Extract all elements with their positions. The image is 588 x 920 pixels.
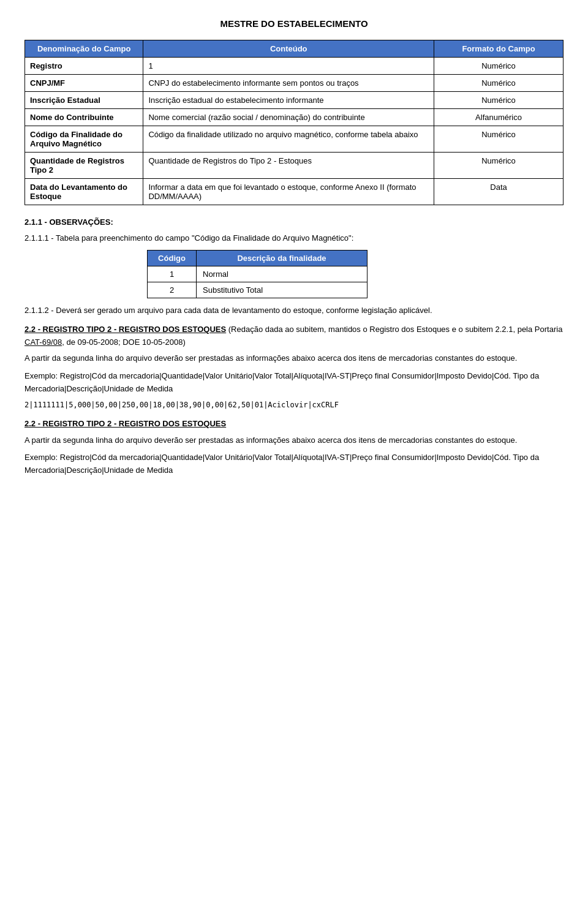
table-row-format: Numérico <box>434 126 564 153</box>
table-row-format: Data <box>434 179 564 205</box>
table-row-field: CNPJ/MF <box>25 75 143 92</box>
table-row-content: 1 <box>143 58 434 75</box>
col-header-content: Conteúdo <box>143 40 434 58</box>
section-22b-para1: A partir da segunda linha do arquivo dev… <box>24 434 564 447</box>
table-row-content: Nome comercial (razão social / denominaç… <box>143 109 434 126</box>
table-row-format: Numérico <box>434 92 564 109</box>
col-header-field: Denominação do Campo <box>25 40 143 58</box>
para-2112: 2.1.1.2 - Deverá ser gerado um arquivo p… <box>24 304 564 317</box>
table-row-format: Numérico <box>434 75 564 92</box>
inner-row-code: 1 <box>148 266 197 282</box>
table-row-field: Código da Finalidade do Arquivo Magnétic… <box>25 126 143 153</box>
table-row-field: Registro <box>25 58 143 75</box>
example2-label: Exemplo: Registro|Cód da mercadoria|Quan… <box>24 451 564 477</box>
obs-heading1: 2.1.1 - OBSERVAÇÕES: <box>24 216 564 228</box>
inner-col-header-code: Código <box>148 251 197 266</box>
inner-row-desc: Normal <box>197 266 368 282</box>
page-title: MESTRE DO ESTABELECIMENTO <box>24 18 564 29</box>
observations-section: 2.1.1 - OBSERVAÇÕES: 2.1.1.1 - Tabela pa… <box>24 216 564 477</box>
table-row-field: Quantidade de Registros Tipo 2 <box>25 153 143 179</box>
example-label: Exemplo: Registro|Cód da mercadoria|Quan… <box>24 370 564 396</box>
inner-table: Código Descrição da finalidade 1Normal2S… <box>147 250 368 298</box>
table-row-format: Numérico <box>434 58 564 75</box>
table-row-content: CNPJ do estabelecimento informante sem p… <box>143 75 434 92</box>
table-row-content: Inscrição estadual do estabelecimento in… <box>143 92 434 109</box>
inner-row-desc: Substitutivo Total <box>197 282 368 298</box>
main-table: Denominação do Campo Conteúdo Formato do… <box>24 40 564 205</box>
inner-table-wrapper: Código Descrição da finalidade 1Normal2S… <box>147 250 564 298</box>
table-row-field: Nome do Contribuinte <box>25 109 143 126</box>
table-row-content: Quantidade de Registros do Tipo 2 - Esto… <box>143 153 434 179</box>
table-row-content: Informar a data em que foi levantado o e… <box>143 179 434 205</box>
inner-row-code: 2 <box>148 282 197 298</box>
obs-heading2: 2.1.1.1 - Tabela para preenchimento do c… <box>24 232 564 244</box>
table-row-field: Inscrição Estadual <box>25 92 143 109</box>
table-row-format: Numérico <box>434 153 564 179</box>
inner-col-header-desc: Descrição da finalidade <box>197 251 368 266</box>
table-row-field: Data do Levantamento do Estoque <box>25 179 143 205</box>
col-header-format: Formato do Campo <box>434 40 564 58</box>
table-row-content: Código da finalidade utilizado no arquiv… <box>143 126 434 153</box>
section-22-heading: 2.2 - REGISTRO TIPO 2 - REGISTRO DOS EST… <box>24 323 564 349</box>
example-code: 2|1111111|5,000|50,00|250,00|18,00|38,90… <box>24 399 564 410</box>
section-22-para1: A partir da segunda linha do arquivo dev… <box>24 352 564 365</box>
section-22b-heading: 2.2 - REGISTRO TIPO 2 - REGISTRO DOS EST… <box>24 418 564 431</box>
table-row-format: Alfanumérico <box>434 109 564 126</box>
